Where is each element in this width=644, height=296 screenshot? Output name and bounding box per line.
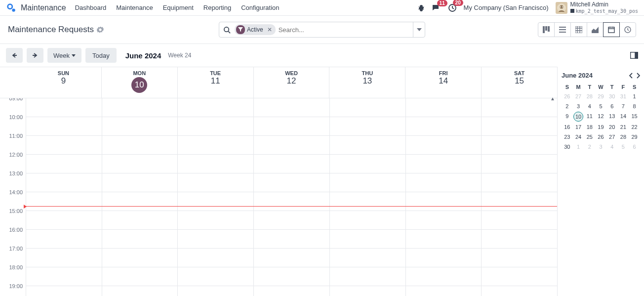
calendar-slot[interactable] <box>254 155 329 173</box>
mini-day-cell[interactable]: 27 <box>573 92 584 101</box>
calendar-slot[interactable] <box>178 155 253 173</box>
calendar-day-header[interactable]: MON10 <box>101 67 177 98</box>
calendar-day-column[interactable] <box>177 98 253 296</box>
mini-day-cell[interactable]: 29 <box>595 92 606 101</box>
view-pivot-button[interactable] <box>570 22 587 37</box>
mini-day-cell[interactable]: 19 <box>595 123 606 131</box>
messages-icon[interactable]: 11 <box>432 4 441 12</box>
calendar-slot[interactable] <box>482 267 557 286</box>
calendar-day-column[interactable] <box>26 98 102 296</box>
mini-day-cell[interactable]: 20 <box>606 123 618 131</box>
mini-day-cell[interactable]: 3 <box>595 142 606 151</box>
app-name[interactable]: Maintenance <box>21 3 66 12</box>
calendar-slot[interactable] <box>482 249 557 267</box>
user-menu[interactable]: Mitchell Admin kmp_2_test_may_30_pos <box>556 1 638 13</box>
calendar-slot[interactable] <box>254 173 329 192</box>
mini-day-cell[interactable]: 18 <box>584 123 595 131</box>
calendar-day-header[interactable]: FRI14 <box>405 67 481 98</box>
calendar-slot[interactable] <box>254 230 329 249</box>
calendar-slot[interactable] <box>102 267 178 286</box>
mini-day-cell[interactable]: 2 <box>584 142 595 151</box>
mini-next-icon[interactable] <box>636 73 640 79</box>
gear-icon[interactable] <box>97 26 104 33</box>
calendar-slot[interactable] <box>102 286 178 296</box>
calendar-slot[interactable] <box>26 136 102 155</box>
mini-day-cell[interactable]: 1 <box>629 92 640 101</box>
calendar-slot[interactable] <box>102 98 178 117</box>
calendar-slot[interactable] <box>178 173 253 192</box>
calendar-slot[interactable] <box>482 155 557 173</box>
nav-item-configuration[interactable]: Configuration <box>241 4 279 11</box>
mini-day-cell[interactable]: 6 <box>629 142 640 151</box>
calendar-slot[interactable] <box>482 286 557 296</box>
nav-item-equipment[interactable]: Equipment <box>163 4 194 11</box>
calendar-slot[interactable] <box>26 230 102 249</box>
calendar-slot[interactable] <box>178 286 253 296</box>
mini-day-cell[interactable]: 23 <box>562 132 573 141</box>
calendar-slot[interactable] <box>102 249 178 267</box>
nav-item-maintenance[interactable]: Maintenance <box>116 4 153 11</box>
calendar-day-column[interactable] <box>405 98 482 296</box>
calendar-slot[interactable] <box>178 211 253 230</box>
mini-day-cell[interactable]: 21 <box>618 123 629 131</box>
calendar-slot[interactable] <box>406 192 482 211</box>
calendar-slot[interactable] <box>482 136 557 155</box>
calendar-slot[interactable] <box>178 249 253 267</box>
calendar-slot[interactable] <box>254 267 329 286</box>
calendar-slot[interactable] <box>102 136 178 155</box>
mini-day-cell[interactable]: 12 <box>595 112 606 122</box>
activities-icon[interactable]: 20 <box>448 3 457 12</box>
calendar-slot[interactable] <box>102 155 178 173</box>
view-list-button[interactable] <box>554 22 571 37</box>
mini-day-cell[interactable]: 4 <box>584 102 595 111</box>
mini-day-cell[interactable]: 7 <box>618 102 629 111</box>
calendar-slot[interactable] <box>406 286 482 296</box>
calendar-slot[interactable] <box>406 249 482 267</box>
mini-day-cell[interactable]: 31 <box>618 92 629 101</box>
mini-day-cell[interactable]: 3 <box>573 102 584 111</box>
mini-day-cell[interactable]: 25 <box>584 132 595 141</box>
search-input[interactable] <box>279 26 413 34</box>
today-button[interactable]: Today <box>85 48 117 63</box>
calendar-slot[interactable] <box>102 192 178 211</box>
calendar-body-scroll[interactable]: 09:0010:0011:0012:0013:0014:0015:0016:00… <box>0 98 557 296</box>
view-activity-button[interactable] <box>619 22 636 37</box>
mini-day-cell[interactable]: 16 <box>562 123 573 131</box>
scroll-up-icon[interactable]: ▲ <box>550 96 555 101</box>
mini-day-cell[interactable]: 27 <box>606 132 618 141</box>
calendar-slot[interactable] <box>482 230 557 249</box>
calendar-slot[interactable] <box>482 173 557 192</box>
mini-day-cell[interactable]: 30 <box>562 142 573 151</box>
calendar-slot[interactable] <box>330 117 405 136</box>
mini-day-cell[interactable]: 10 <box>573 112 583 122</box>
mini-day-cell[interactable]: 11 <box>584 112 595 122</box>
calendar-day-column[interactable] <box>329 98 405 296</box>
scale-button[interactable]: Week <box>47 48 81 63</box>
calendar-slot[interactable] <box>330 211 405 230</box>
calendar-day-column[interactable] <box>102 98 178 296</box>
calendar-slot[interactable] <box>254 286 329 296</box>
calendar-slot[interactable] <box>330 249 405 267</box>
calendar-slot[interactable] <box>178 117 253 136</box>
nav-item-reporting[interactable]: Reporting <box>203 4 231 11</box>
calendar-slot[interactable] <box>102 117 178 136</box>
side-panel-toggle-icon[interactable] <box>630 52 638 59</box>
calendar-slot[interactable] <box>330 136 405 155</box>
calendar-slot[interactable] <box>330 98 405 117</box>
calendar-day-header[interactable]: SUN9 <box>26 67 101 98</box>
search-dropdown-toggle[interactable] <box>413 22 425 37</box>
calendar-slot[interactable] <box>26 98 102 117</box>
calendar-slot[interactable] <box>482 98 557 117</box>
mini-day-cell[interactable]: 14 <box>618 112 629 122</box>
calendar-slot[interactable] <box>102 211 178 230</box>
calendar-slot[interactable] <box>26 192 102 211</box>
calendar-slot[interactable] <box>254 98 329 117</box>
calendar-slot[interactable] <box>406 98 482 117</box>
calendar-slot[interactable] <box>330 155 405 173</box>
calendar-slot[interactable] <box>330 173 405 192</box>
mini-day-cell[interactable]: 28 <box>618 132 629 141</box>
calendar-day-header[interactable]: SAT15 <box>481 67 557 98</box>
calendar-slot[interactable] <box>178 136 253 155</box>
mini-day-cell[interactable]: 13 <box>606 112 618 122</box>
calendar-slot[interactable] <box>26 155 102 173</box>
